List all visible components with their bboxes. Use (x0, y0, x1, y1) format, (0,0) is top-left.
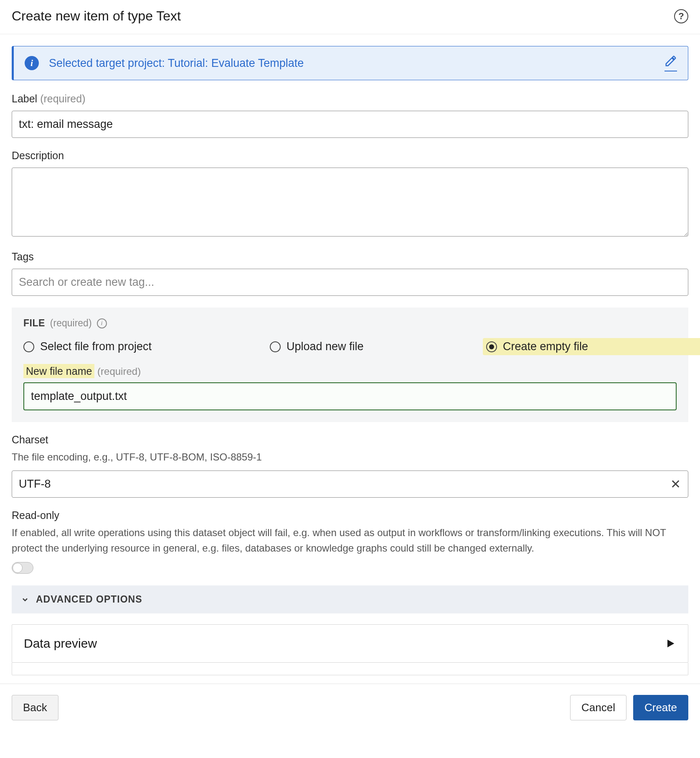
create-button[interactable]: Create (633, 695, 688, 720)
edit-target-icon[interactable] (664, 55, 677, 71)
file-panel: FILE (required) i Select file from proje… (12, 308, 688, 422)
label-field-group: Label (required) (12, 93, 688, 138)
radio-select-from-project[interactable]: Select file from project (23, 338, 270, 355)
radio-create-empty-file[interactable]: Create empty file (486, 340, 700, 353)
file-source-radios: Select file from project Upload new file… (23, 338, 677, 355)
radio-icon (23, 341, 34, 352)
chevron-down-icon (21, 595, 29, 603)
radio-icon-selected (486, 341, 497, 352)
radio-upload-new-file[interactable]: Upload new file (270, 338, 483, 355)
new-filename-label: New file name (23, 364, 94, 378)
charset-input[interactable] (12, 471, 688, 498)
radio-create-empty-highlight: Create empty file (483, 338, 700, 355)
new-filename-label-row: New file name (required) (23, 365, 677, 377)
charset-label: Charset (12, 434, 688, 446)
cancel-button[interactable]: Cancel (570, 695, 626, 720)
help-icon[interactable]: ? (674, 9, 688, 23)
dialog-footer: Back Cancel Create (0, 684, 700, 731)
svg-marker-0 (667, 639, 674, 647)
required-marker: (required) (97, 366, 141, 377)
dialog-header: Create new item of type Text ? (0, 0, 700, 34)
tooltip-icon[interactable]: i (97, 318, 107, 328)
file-panel-title: FILE (23, 318, 45, 329)
page-title: Create new item of type Text (12, 8, 181, 24)
tags-label: Tags (12, 251, 688, 263)
description-label: Description (12, 150, 688, 162)
data-preview-body (12, 663, 688, 675)
description-field-group: Description (12, 150, 688, 239)
new-filename-input[interactable] (23, 382, 677, 410)
radio-label: Select file from project (40, 340, 152, 353)
description-input[interactable] (12, 168, 688, 237)
advanced-options-label: ADVANCED OPTIONS (36, 594, 142, 605)
label-input[interactable] (12, 111, 688, 138)
radio-label: Create empty file (503, 340, 588, 353)
label-text: Label (12, 93, 37, 104)
charset-field-group: Charset The file encoding, e.g., UTF-8, … (12, 434, 688, 498)
data-preview-label: Data preview (24, 636, 97, 651)
radio-label: Upload new file (287, 340, 364, 353)
label-field-label: Label (required) (12, 93, 688, 105)
readonly-help: If enabled, all write operations using t… (12, 525, 688, 556)
radio-icon (270, 341, 281, 352)
banner-text: Selected target project: Tutorial: Evalu… (49, 57, 664, 70)
info-icon: i (25, 56, 39, 70)
advanced-options-toggle[interactable]: ADVANCED OPTIONS (12, 585, 688, 613)
readonly-label: Read-only (12, 509, 688, 521)
file-panel-header: FILE (required) i (23, 318, 677, 329)
play-icon[interactable] (664, 638, 676, 649)
required-marker: (required) (50, 318, 92, 329)
tags-input[interactable] (12, 269, 688, 296)
target-project-banner: i Selected target project: Tutorial: Eva… (12, 46, 688, 80)
dialog-content: i Selected target project: Tutorial: Eva… (0, 34, 700, 684)
back-button[interactable]: Back (12, 695, 58, 720)
tags-field-group: Tags (12, 251, 688, 296)
toggle-knob (13, 563, 23, 573)
data-preview-panel[interactable]: Data preview (12, 624, 688, 663)
readonly-field-group: Read-only If enabled, all write operatio… (12, 509, 688, 573)
required-marker: (required) (40, 93, 85, 104)
clear-icon[interactable]: ✕ (670, 478, 681, 491)
charset-help: The file encoding, e.g., UTF-8, UTF-8-BO… (12, 449, 688, 465)
readonly-toggle[interactable] (12, 562, 33, 574)
